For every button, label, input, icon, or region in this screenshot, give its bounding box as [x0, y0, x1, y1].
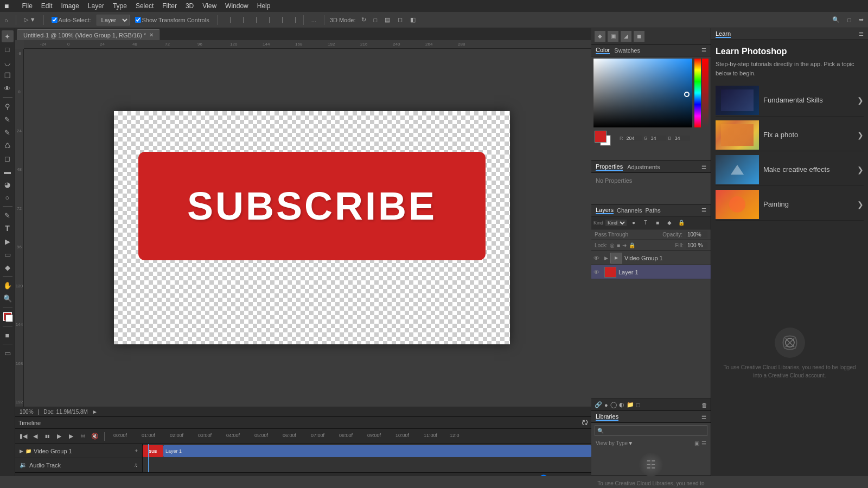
panel-icon-2[interactable]: ▣: [608, 31, 618, 42]
panel-icon-4[interactable]: ◼: [634, 31, 644, 42]
layer-eye-group[interactable]: 👁: [593, 255, 602, 261]
canvas-tab[interactable]: Untitled-1 @ 100% (Video Group 1, RGB/16…: [17, 29, 159, 40]
alpha-slider[interactable]: [702, 59, 709, 127]
video-clip-thumb[interactable]: SUB: [143, 445, 163, 457]
eraser-tool[interactable]: ◻: [2, 152, 14, 164]
tl-stop[interactable]: ▮▮: [42, 432, 52, 441]
tl-loop[interactable]: ♾: [78, 432, 88, 441]
foreground-color[interactable]: [1, 310, 14, 323]
view-by-type-chevron[interactable]: ▼: [628, 440, 633, 446]
zoom-tool[interactable]: 🔍: [2, 292, 14, 304]
video-clip-main[interactable]: Layer 1: [163, 445, 591, 457]
layers-tool-4[interactable]: ◆: [665, 218, 674, 228]
swatches-tab[interactable]: Swatches: [614, 47, 640, 54]
opacity-input[interactable]: [686, 231, 707, 238]
add-style-btn[interactable]: ●: [604, 402, 608, 408]
lasso-tool[interactable]: ◡: [2, 56, 14, 68]
brush-tool[interactable]: ✎: [2, 113, 14, 125]
menu-layer[interactable]: Layer: [88, 2, 104, 10]
fg-swatch[interactable]: [595, 131, 607, 143]
color-swatches[interactable]: [595, 131, 614, 146]
history-tool[interactable]: ♺: [2, 139, 14, 151]
screen-mode-tool[interactable]: ▭: [2, 347, 14, 359]
color-gradient-picker[interactable]: [593, 59, 692, 127]
learn-item-painting[interactable]: Painting ❯: [716, 188, 864, 221]
rotate-btn[interactable]: ↻: [359, 15, 368, 24]
zoom-panel-btn[interactable]: □: [845, 16, 853, 24]
3d-btn1[interactable]: □: [372, 16, 380, 24]
lock-icon-2[interactable]: ■: [617, 242, 620, 248]
align-left-btn[interactable]: ⎹: [223, 15, 233, 24]
track-video-group[interactable]: ▶ 📁 Video Group 1 +: [15, 444, 142, 458]
align-center-btn[interactable]: ⎹: [236, 15, 246, 24]
3d-btn4[interactable]: ◧: [408, 15, 418, 24]
timeline-close[interactable]: 🗘: [582, 419, 588, 427]
color-tab[interactable]: Color: [596, 47, 610, 54]
more-options-btn[interactable]: ...: [309, 16, 318, 24]
layer-row-1[interactable]: 👁 Layer 1: [591, 265, 711, 279]
color-panel-menu[interactable]: ☰: [701, 47, 706, 53]
layers-tool-2[interactable]: T: [641, 218, 650, 228]
text-tool[interactable]: T: [2, 222, 14, 234]
color-picker-cursor[interactable]: [684, 92, 690, 97]
adjustment-layer-btn[interactable]: ◐: [619, 401, 624, 408]
layers-tool-3[interactable]: ■: [653, 218, 662, 228]
layers-tool-5[interactable]: 🔒: [676, 218, 686, 228]
menu-help[interactable]: Help: [257, 2, 271, 10]
tl-next-frame[interactable]: ▶: [66, 432, 76, 441]
3d-btn3[interactable]: ◻: [395, 15, 405, 24]
menu-select[interactable]: Select: [136, 2, 154, 10]
learn-item-fix-photo[interactable]: Fix a photo ❯: [716, 119, 864, 151]
3d-btn2[interactable]: ▤: [382, 15, 392, 24]
menu-3d[interactable]: 3D: [186, 2, 194, 10]
fill-input[interactable]: [686, 242, 707, 249]
kind-select[interactable]: Kind: [605, 220, 627, 226]
track-add-btn[interactable]: +: [135, 448, 138, 454]
timeline-content[interactable]: SUB Layer 1: [143, 444, 591, 472]
panel-icon-3[interactable]: ◢: [621, 31, 631, 42]
layers-tool-1[interactable]: ●: [629, 218, 639, 228]
learn-item-creative[interactable]: Make creative effects ❯: [716, 153, 864, 186]
audio-add-btn[interactable]: ♫: [134, 462, 138, 468]
align-right-btn[interactable]: ⎹: [249, 15, 259, 24]
tl-play[interactable]: ▶: [54, 432, 64, 441]
layers-tab[interactable]: Layers: [596, 207, 614, 214]
arrow-btn[interactable]: ►: [92, 409, 98, 415]
move-tool-options[interactable]: ▷ ▼: [22, 15, 38, 24]
r-input[interactable]: [626, 136, 642, 141]
gradient-tool[interactable]: ▬: [2, 165, 14, 177]
hand-tool[interactable]: ✋: [2, 279, 14, 291]
panel-icon-1[interactable]: ◆: [595, 31, 605, 42]
search-btn[interactable]: 🔍: [830, 15, 842, 24]
menu-type[interactable]: Type: [113, 2, 127, 10]
canvas-workspace[interactable]: SUBSCRIBE: [33, 49, 591, 407]
list-view-btn[interactable]: ☰: [701, 440, 706, 446]
lock-icon-4[interactable]: 🔒: [629, 242, 635, 248]
quick-mask-tool[interactable]: ■: [2, 329, 14, 341]
blur-tool[interactable]: ◕: [2, 178, 14, 190]
hue-slider[interactable]: [694, 59, 701, 127]
delete-layer-btn[interactable]: 🗑: [701, 402, 707, 408]
layer-row-group[interactable]: 👁 ▶ ▶ Video Group 1: [591, 251, 711, 265]
align-middle-btn[interactable]: ⎹: [275, 15, 285, 24]
libraries-menu[interactable]: ☰: [701, 414, 706, 420]
properties-tab[interactable]: Properties: [596, 163, 623, 171]
tl-prev-frame[interactable]: ◀: [30, 432, 40, 441]
layer-eye-1[interactable]: 👁: [593, 269, 602, 275]
g-input[interactable]: [650, 136, 666, 141]
add-mask-btn[interactable]: ◯: [610, 401, 617, 408]
menu-window[interactable]: Window: [225, 2, 248, 10]
crop-tool[interactable]: ❐: [2, 69, 14, 81]
b-input[interactable]: [674, 136, 690, 141]
align-bottom-btn[interactable]: ⎹: [288, 15, 298, 24]
audio-mute-icon[interactable]: 🔉: [20, 461, 27, 468]
menu-image[interactable]: Image: [61, 2, 79, 10]
timeline-cursor[interactable]: [148, 444, 149, 472]
3d-material-tool[interactable]: ◆: [2, 261, 14, 273]
selection-tool[interactable]: □: [2, 43, 14, 55]
learn-tab[interactable]: Learn: [716, 30, 731, 38]
lock-icon-3[interactable]: ➜: [622, 242, 627, 248]
align-top-btn[interactable]: ⎹: [262, 15, 272, 24]
menu-file[interactable]: File: [22, 2, 32, 10]
dodge-tool[interactable]: ○: [2, 191, 14, 203]
